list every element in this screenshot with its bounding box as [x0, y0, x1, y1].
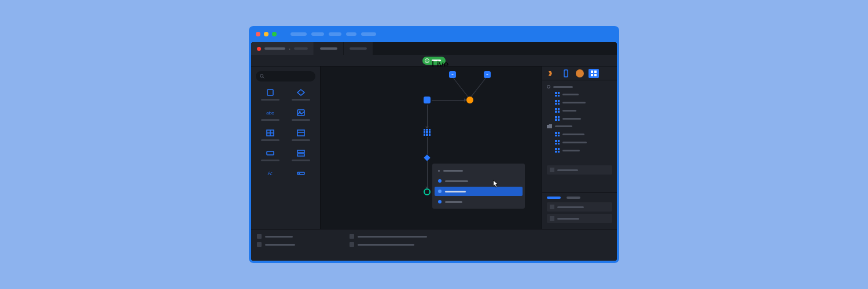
az-icon: A: [264, 169, 276, 177]
palette-image[interactable] [287, 106, 316, 123]
palette-label [292, 119, 310, 121]
kanban-icon [548, 70, 556, 77]
svg-rect-15 [564, 70, 568, 77]
tab-active[interactable]: • [251, 42, 314, 55]
bottom-row[interactable] [350, 242, 611, 247]
tree-item[interactable] [555, 100, 612, 105]
live-status-pill[interactable]: i Live [422, 57, 446, 65]
svg-rect-10 [267, 151, 274, 155]
tree-item[interactable] [555, 116, 612, 121]
canvas[interactable]: = = [321, 66, 542, 229]
equals-icon: = [451, 73, 454, 76]
tree-label [555, 125, 572, 127]
sections-icon [295, 149, 307, 157]
bottom-tab[interactable] [567, 197, 580, 199]
tree-label [562, 102, 586, 103]
tabbar: • [251, 42, 617, 55]
canvas-node-end[interactable] [424, 188, 431, 195]
field-icon [295, 169, 307, 177]
square-icon [550, 205, 554, 209]
maximize-window-button[interactable] [272, 32, 277, 36]
svg-rect-11 [297, 150, 304, 153]
canvas-node-merge[interactable] [466, 97, 473, 103]
section-item[interactable] [547, 165, 612, 175]
tab[interactable] [314, 42, 344, 55]
palette-table[interactable] [256, 127, 285, 143]
palette-label [261, 99, 279, 101]
square-icon [257, 242, 262, 247]
palette-text[interactable]: abc [256, 106, 285, 123]
panel-icon [264, 149, 276, 157]
menu-item[interactable] [290, 32, 307, 36]
bottom-row[interactable] [257, 242, 326, 247]
tree-label [562, 150, 580, 151]
dot-icon [438, 190, 442, 193]
canvas-node-source[interactable]: = [484, 71, 491, 78]
tree-item[interactable] [555, 132, 612, 136]
tree-item[interactable] [555, 108, 612, 113]
palette-label [292, 160, 310, 161]
menu-item[interactable] [311, 32, 324, 36]
row-label [265, 244, 295, 246]
record-icon [257, 47, 261, 51]
view-profile[interactable] [575, 69, 585, 78]
svg-rect-16 [591, 71, 593, 73]
square-icon [350, 242, 354, 247]
tree-item[interactable] [547, 85, 612, 88]
bottom-row[interactable] [257, 234, 326, 239]
svg-rect-2 [267, 90, 273, 95]
palette-variable[interactable]: A: [256, 167, 285, 180]
bottom-list-item[interactable] [547, 202, 612, 212]
separator-icon: • [289, 46, 290, 51]
tree-item[interactable] [555, 140, 612, 144]
context-menu-header [435, 166, 523, 175]
view-kanban[interactable] [547, 69, 557, 78]
menu-item[interactable] [329, 32, 341, 36]
minimize-window-button[interactable] [264, 32, 269, 36]
canvas-node-source[interactable]: = [449, 71, 456, 78]
view-phone[interactable] [561, 69, 571, 78]
item-label [557, 206, 584, 208]
context-menu-item-hover[interactable] [435, 187, 523, 196]
svg-rect-19 [594, 74, 597, 76]
tree-item[interactable] [555, 92, 612, 97]
abc-icon: abc [264, 109, 276, 117]
palette-field[interactable] [287, 167, 316, 180]
palette-label [292, 139, 310, 141]
bottom-row[interactable] [350, 234, 611, 239]
tree-item[interactable] [547, 124, 612, 128]
canvas-node-decision[interactable] [424, 154, 430, 161]
svg-line-1 [263, 77, 264, 78]
tree-item[interactable] [555, 148, 612, 153]
canvas-node-action[interactable] [424, 97, 431, 103]
grid-icon [555, 116, 560, 121]
grid-icon [555, 92, 560, 97]
palette-square[interactable] [256, 86, 285, 103]
svg-rect-18 [591, 74, 593, 76]
palette-layout[interactable] [287, 127, 316, 143]
palette-sections[interactable] [287, 147, 316, 164]
live-icon: i [425, 58, 429, 63]
close-window-button[interactable] [256, 32, 260, 36]
menu-item[interactable] [361, 32, 376, 36]
context-menu-item[interactable] [435, 176, 523, 186]
bottom-tab[interactable] [547, 197, 561, 199]
table-icon [264, 129, 276, 137]
bottom-list-item[interactable] [547, 214, 612, 223]
tree-label [562, 118, 581, 120]
menu-item[interactable] [346, 32, 356, 36]
edge [427, 105, 428, 127]
view-grid[interactable] [589, 69, 599, 78]
palette-panel[interactable] [256, 147, 285, 164]
titlebar [249, 26, 619, 42]
palette-diamond[interactable] [287, 86, 316, 103]
canvas-node-table[interactable] [424, 129, 431, 136]
edge [427, 161, 428, 187]
row-label [358, 244, 414, 246]
toolbar: i Live [251, 55, 617, 66]
search-input[interactable] [256, 71, 315, 81]
tree-label [562, 94, 579, 95]
context-menu-item[interactable] [435, 197, 523, 206]
palette-label [261, 160, 279, 161]
tab[interactable] [344, 42, 373, 55]
